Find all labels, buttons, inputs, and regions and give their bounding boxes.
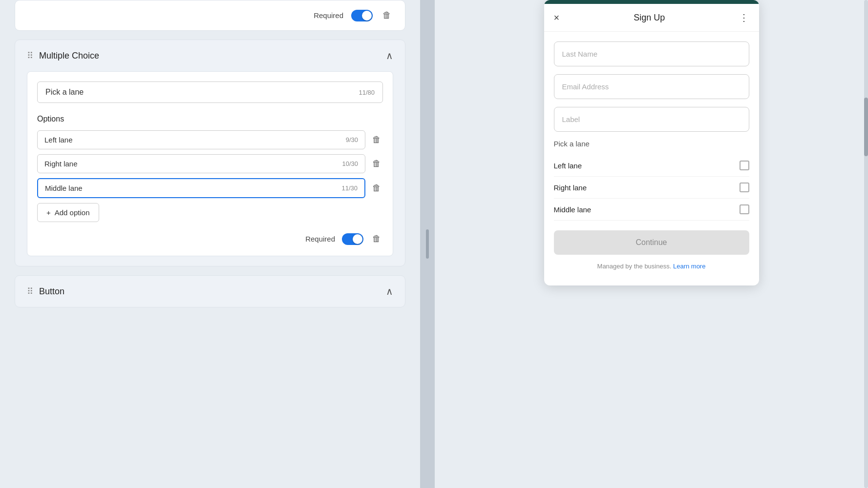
scrollbar-thumb xyxy=(426,229,429,259)
delete-option-2[interactable]: 🗑 xyxy=(370,157,383,171)
required-toggle-top[interactable] xyxy=(351,10,373,21)
mc-section-title: Multiple Choice xyxy=(39,51,99,61)
checkbox-2[interactable] xyxy=(740,183,749,192)
option-row-1: 9/30 🗑 xyxy=(37,130,383,149)
delete-button-top[interactable]: 🗑 xyxy=(381,8,393,22)
question-input-wrap: 11/80 xyxy=(37,81,383,103)
multiple-choice-card: ⠿ Multiple Choice ∧ 11/80 Options 9/30 🗑 xyxy=(15,40,405,266)
option-row-2: 10/30 🗑 xyxy=(37,154,383,173)
phone-section-label: Pick a lane xyxy=(554,140,749,148)
option-input-3[interactable] xyxy=(45,184,336,192)
toggle-knob-mc xyxy=(353,234,362,244)
collapse-button[interactable]: ∧ xyxy=(386,50,393,61)
delete-button-mc[interactable]: 🗑 xyxy=(370,232,383,246)
option-input-wrap-1: 9/30 xyxy=(37,130,365,149)
phone-topbar: × Sign Up ⋮ xyxy=(544,4,759,32)
option-char-count-1: 9/30 xyxy=(346,136,358,143)
mc-bottom-row: Required 🗑 xyxy=(37,232,383,246)
last-name-field[interactable]: Last Name xyxy=(554,41,749,66)
add-option-label: Add option xyxy=(55,208,90,217)
option-input-2[interactable] xyxy=(44,160,336,168)
phone-option-label-2: Right lane xyxy=(554,183,587,192)
phone-more-button[interactable]: ⋮ xyxy=(739,12,749,23)
question-input[interactable] xyxy=(45,88,353,97)
required-toggle-mc[interactable] xyxy=(342,233,363,245)
drag-handle-icon[interactable]: ⠿ xyxy=(27,50,33,61)
email-placeholder: Email Address xyxy=(562,82,609,91)
required-label-mc: Required xyxy=(305,235,335,243)
mc-inner-card: 11/80 Options 9/30 🗑 10/30 🗑 xyxy=(27,71,393,256)
top-card: Required 🗑 xyxy=(15,0,405,31)
scrollbar-track[interactable] xyxy=(864,0,868,488)
phone-footer: Managed by the business. Learn more xyxy=(554,263,749,278)
more-icon: ⋮ xyxy=(739,12,749,23)
toggle-track-mc[interactable] xyxy=(342,233,363,245)
continue-button[interactable]: Continue xyxy=(554,230,749,255)
collapse-button-section[interactable]: ∧ xyxy=(386,285,393,297)
close-icon: × xyxy=(554,12,560,23)
footer-text: Managed by the business. xyxy=(597,263,672,270)
option-char-count-2: 10/30 xyxy=(342,160,358,167)
option-char-count-3: 11/30 xyxy=(341,184,358,192)
option-input-1[interactable] xyxy=(44,136,340,144)
phone-option-row-3: Middle lane xyxy=(554,199,749,221)
toggle-knob-top xyxy=(362,11,372,20)
button-header-left: ⠿ Button xyxy=(27,286,64,297)
scrollbar-thumb-right[interactable] xyxy=(864,98,868,156)
phone-option-label-1: Left lane xyxy=(554,162,582,170)
option-row-3: 11/30 🗑 xyxy=(37,178,383,198)
phone-mockup: × Sign Up ⋮ Last Name Email Address Labe… xyxy=(544,0,759,285)
button-section-header: ⠿ Button ∧ xyxy=(27,285,393,297)
add-option-button[interactable]: + Add option xyxy=(37,203,99,222)
option-input-wrap-3: 11/30 xyxy=(37,178,365,198)
checkbox-3[interactable] xyxy=(740,204,749,214)
question-char-count: 11/80 xyxy=(359,89,375,96)
button-section-card: ⠿ Button ∧ xyxy=(15,275,405,307)
phone-option-row-2: Right lane xyxy=(554,177,749,199)
delete-option-1[interactable]: 🗑 xyxy=(370,133,383,147)
delete-option-3[interactable]: 🗑 xyxy=(370,181,383,195)
phone-option-label-3: Middle lane xyxy=(554,205,592,214)
phone-content: Last Name Email Address Label Pick a lan… xyxy=(544,32,759,285)
plus-icon: + xyxy=(46,208,51,217)
panel-divider xyxy=(420,0,435,488)
mc-card-header: ⠿ Multiple Choice ∧ xyxy=(27,50,393,61)
email-address-field[interactable]: Email Address xyxy=(554,74,749,99)
option-input-wrap-2: 10/30 xyxy=(37,154,365,173)
checkbox-1[interactable] xyxy=(740,161,749,170)
learn-more-link[interactable]: Learn more xyxy=(673,263,705,270)
toggle-track-top[interactable] xyxy=(351,10,373,21)
left-panel: Required 🗑 ⠿ Multiple Choice ∧ 11/80 Opt… xyxy=(0,0,420,488)
phone-option-row-1: Left lane xyxy=(554,155,749,177)
drag-handle-button-icon[interactable]: ⠿ xyxy=(27,286,33,297)
phone-header-bar xyxy=(544,0,759,4)
phone-title: Sign Up xyxy=(634,13,665,23)
phone-close-button[interactable]: × xyxy=(554,12,560,23)
button-section-title: Button xyxy=(39,286,64,297)
right-panel: × Sign Up ⋮ Last Name Email Address Labe… xyxy=(435,0,868,488)
options-label: Options xyxy=(37,115,383,123)
label-field[interactable]: Label xyxy=(554,107,749,132)
last-name-placeholder: Last Name xyxy=(562,50,598,58)
required-label-top: Required xyxy=(314,11,343,20)
mc-header-left: ⠿ Multiple Choice xyxy=(27,50,99,61)
label-placeholder: Label xyxy=(562,115,580,123)
